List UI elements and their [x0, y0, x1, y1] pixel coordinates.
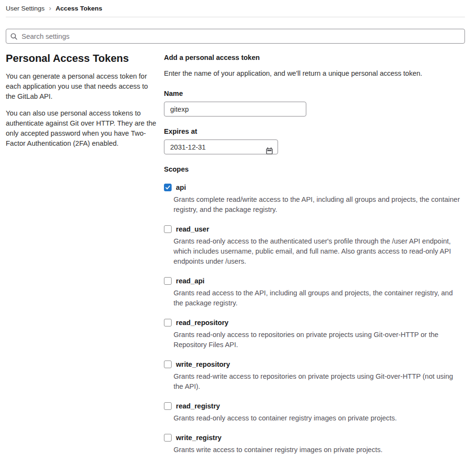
page-title: Personal Access Tokens	[6, 52, 158, 65]
scope-checkbox-row[interactable]: read_api	[164, 277, 465, 285]
scope-checkbox-row[interactable]: read_user	[164, 225, 465, 233]
content-columns: Personal Access Tokens You can generate …	[6, 52, 465, 454]
search-bar	[6, 29, 465, 44]
scope-checkbox-row[interactable]: read_registry	[164, 402, 465, 410]
expires-at-label: Expires at	[164, 128, 465, 135]
scope-name: read_registry	[176, 402, 220, 410]
scope-checkbox-row[interactable]: api	[164, 184, 465, 191]
scope-name: write_registry	[176, 434, 221, 442]
scope-item: write_registry Grants write access to co…	[164, 434, 465, 454]
scope-description: Grants write access to container registr…	[164, 445, 462, 454]
scope-item: read_api Grants read access to the API, …	[164, 277, 465, 308]
checkbox-icon[interactable]	[164, 184, 172, 191]
breadcrumb: User Settings › Access Tokens	[6, 0, 465, 12]
section-paragraph: You can generate a personal access token…	[6, 71, 158, 102]
breadcrumb-user-settings[interactable]: User Settings	[6, 5, 45, 12]
header-divider	[6, 17, 465, 17]
checkbox-icon[interactable]	[164, 402, 172, 410]
checkbox-icon[interactable]	[164, 361, 172, 368]
name-label: Name	[164, 90, 465, 97]
scope-checkbox-row[interactable]: write_repository	[164, 361, 465, 368]
settings-page: User Settings › Access Tokens Personal A…	[0, 0, 476, 454]
scopes-label: Scopes	[164, 165, 465, 173]
scope-name: api	[176, 184, 186, 191]
token-name-input[interactable]	[164, 102, 306, 116]
expires-at-field	[164, 140, 278, 154]
scope-description: Grants read-only access to the authentic…	[164, 236, 462, 267]
scope-item: read_user Grants read-only access to the…	[164, 225, 465, 267]
expires-at-input[interactable]	[164, 140, 278, 154]
token-form: Add a personal access token Enter the na…	[164, 52, 465, 454]
chevron-right-icon: ›	[49, 4, 51, 12]
scope-description: Grants complete read/write access to the…	[164, 195, 462, 215]
scope-description: Grants read-only access to container reg…	[164, 413, 462, 423]
scope-description: Grants read-write access to repositories…	[164, 372, 462, 392]
checkbox-icon[interactable]	[164, 225, 172, 233]
form-title: Add a personal access token	[164, 54, 465, 61]
scope-list: api Grants complete read/write access to…	[164, 184, 465, 454]
scope-name: read_api	[176, 277, 205, 285]
scope-name: read_user	[176, 225, 209, 233]
breadcrumb-access-tokens: Access Tokens	[56, 5, 102, 12]
scope-checkbox-row[interactable]: read_repository	[164, 319, 465, 326]
scope-item: write_repository Grants read-write acces…	[164, 361, 465, 392]
checkbox-icon[interactable]	[164, 319, 172, 326]
search-input[interactable]	[6, 29, 465, 44]
scope-checkbox-row[interactable]: write_registry	[164, 434, 465, 442]
scope-description: Grants read-only access to repositories …	[164, 330, 462, 350]
form-description: Enter the name of your application, and …	[164, 69, 465, 79]
scope-description: Grants read access to the API, including…	[164, 288, 462, 308]
scope-item: api Grants complete read/write access to…	[164, 184, 465, 215]
scope-item: read_registry Grants read-only access to…	[164, 402, 465, 423]
checkbox-icon[interactable]	[164, 434, 172, 442]
section-description-column: Personal Access Tokens You can generate …	[6, 52, 158, 149]
scope-name: write_repository	[176, 361, 230, 368]
checkbox-icon[interactable]	[164, 277, 172, 285]
scope-item: read_repository Grants read-only access …	[164, 319, 465, 350]
section-paragraph: You can also use personal access tokens …	[6, 108, 158, 149]
scope-name: read_repository	[176, 319, 229, 326]
